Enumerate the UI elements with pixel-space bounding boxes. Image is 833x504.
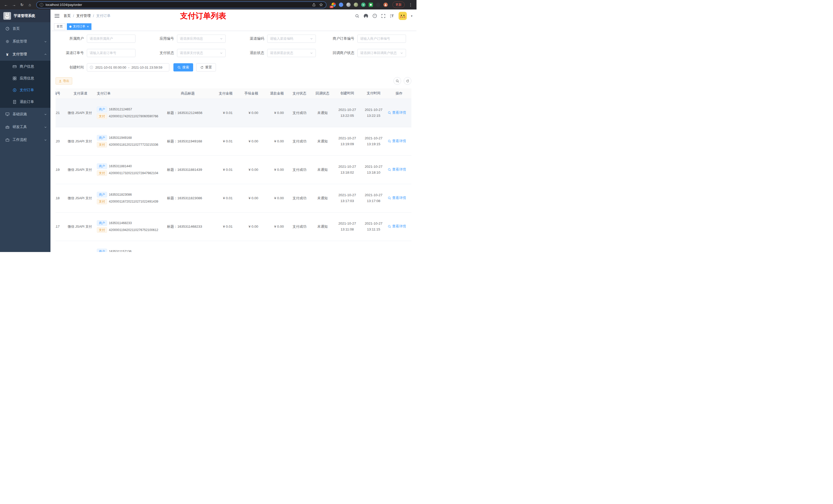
reset-button[interactable]: 重置: [196, 63, 216, 71]
pay-status: 支付成功: [292, 196, 306, 200]
refresh-icon: [406, 79, 409, 83]
extension-badge: 10: [330, 6, 334, 8]
hamburger-icon[interactable]: [54, 14, 60, 18]
sidebar-item-pay[interactable]: ¥ 支付管理: [0, 48, 50, 61]
site-info-icon[interactable]: i: [40, 3, 43, 7]
create-date: 2021-10-27: [334, 136, 360, 141]
table-search-button[interactable]: [394, 77, 401, 85]
breadcrumb-item[interactable]: 首页: [64, 14, 71, 18]
sidebar-item-system[interactable]: 系统管理: [0, 35, 50, 48]
extension-icon[interactable]: [346, 3, 351, 7]
export-button[interactable]: 导出: [55, 77, 72, 85]
product-title: 标题：1635311881439: [167, 168, 202, 172]
extension-icon[interactable]: 10: [331, 3, 336, 7]
browser-update-button[interactable]: 更新: [392, 2, 405, 8]
filter-field-label: 渠道编码: [236, 37, 264, 41]
url-text[interactable]: localhost:1024/pay/order: [46, 3, 312, 7]
pay-channel: 微信 JSAPI 支付: [68, 196, 92, 200]
table-toolbar: 导出: [55, 77, 411, 85]
filter-field-input[interactable]: 请选择退款状态: [267, 49, 316, 57]
extension-icon[interactable]: [354, 3, 358, 7]
view-detail-link[interactable]: 查看详情: [388, 224, 406, 229]
breadcrumb-item: 支付订单: [96, 14, 111, 18]
browser-menu-icon[interactable]: ⋮: [407, 2, 414, 7]
avatar-caret-icon[interactable]: ▾: [411, 14, 412, 18]
extension-icon[interactable]: V: [361, 3, 365, 7]
filter-field-input[interactable]: 请输入商户订单编号: [357, 34, 406, 43]
date-range-input[interactable]: 2021-10-01 00:00:00 - 2021-10-31 23:59:5…: [87, 63, 169, 71]
sidebar-item-app-info[interactable]: 应用信息: [0, 72, 50, 84]
view-detail-link[interactable]: 查看详情: [388, 111, 406, 115]
pay-time: 13:22:15: [360, 113, 387, 119]
tab-close-icon[interactable]: ×: [87, 25, 89, 28]
merchant-badge: 商户: [97, 220, 107, 226]
pay-badge: 支付: [97, 170, 107, 176]
sidebar-item-merchant-info[interactable]: 商户信息: [0, 61, 50, 72]
view-detail-link[interactable]: 查看详情: [388, 167, 406, 172]
filter-field-input[interactable]: 请输入渠道编码: [267, 34, 316, 43]
date-start[interactable]: 2021-10-01 00:00:00: [95, 66, 126, 69]
pay-date: 2021-10-27: [360, 221, 387, 226]
view-detail-link[interactable]: 查看详情: [388, 139, 406, 143]
yen-icon: ¥: [5, 52, 9, 56]
profile-avatar-icon[interactable]: [383, 3, 388, 7]
bookmark-star-icon[interactable]: [319, 3, 323, 7]
sidebar-item-label: 支付管理: [13, 52, 41, 56]
sidebar-item-home[interactable]: 首页: [0, 22, 50, 35]
extensions-bar: 10 V: [331, 3, 388, 7]
date-separator: -: [128, 66, 129, 69]
column-header: 支付状态: [288, 88, 311, 99]
browser-home-icon[interactable]: ⌂: [26, 1, 33, 8]
sidebar-item-refund-order[interactable]: 退款订单: [0, 96, 50, 108]
browser-reload-icon[interactable]: ↻: [19, 1, 25, 8]
filter-field-input[interactable]: 请选择支付状态: [177, 49, 226, 57]
sidebar-item-devtools[interactable]: 研发工具: [0, 121, 50, 134]
sidebar-item-workflow[interactable]: 工作流程: [0, 134, 50, 146]
sidebar-item-infra[interactable]: 基础设施: [0, 108, 50, 121]
filter-field-input[interactable]: 请选择所属商户: [87, 34, 136, 43]
extension-icon[interactable]: [339, 3, 343, 7]
table-row: 121 微信 JSAPI 支付 商户 1635312124657 支付 4200…: [55, 99, 411, 127]
filter-row-3: 创建时间 2021-10-01 00:00:00 - 2021-10-31 23…: [55, 63, 411, 71]
sidebar-item-label: 支付订单: [20, 88, 47, 93]
help-icon[interactable]: ?: [373, 14, 377, 18]
fullscreen-icon[interactable]: [381, 14, 385, 18]
address-bar[interactable]: i localhost:1024/pay/order: [37, 2, 326, 8]
chevron-down-icon: [220, 37, 223, 40]
order-id: 117: [55, 224, 60, 229]
search-icon[interactable]: [355, 14, 359, 18]
view-detail-link[interactable]: 查看详情: [388, 196, 406, 200]
tab-home[interactable]: 首页: [54, 23, 65, 30]
filter-field-input[interactable]: 请选择应用信息: [177, 34, 226, 43]
table-refresh-button[interactable]: [404, 77, 411, 85]
pay-date: 2021-10-27: [360, 164, 387, 170]
pay-badge: 支付: [97, 114, 107, 119]
search-icon: [396, 79, 399, 83]
share-icon[interactable]: [312, 3, 316, 7]
github-icon[interactable]: [363, 14, 368, 19]
extension-icon[interactable]: [368, 3, 373, 7]
gear-icon: [5, 40, 9, 44]
target-icon: [12, 88, 17, 93]
browser-back-icon[interactable]: ←: [3, 1, 9, 8]
chevron-down-icon: [400, 51, 403, 54]
sidebar-item-label: 系统管理: [13, 39, 41, 44]
filter-field-label: 商户订单编号: [326, 37, 354, 41]
tab-pay-order[interactable]: 支付订单 ×: [67, 23, 91, 30]
filter-field: 退款状态 请选择退款状态: [236, 49, 316, 57]
extension-icon[interactable]: [376, 3, 380, 7]
search-button[interactable]: 搜索: [173, 63, 193, 71]
create-date: 2021-10-27: [334, 164, 360, 170]
sidebar-item-pay-order[interactable]: 支付订单: [0, 84, 50, 96]
date-end[interactable]: 2021-10-31 23:59:59: [132, 66, 162, 69]
browser-forward-icon[interactable]: →: [10, 1, 18, 8]
font-size-icon[interactable]: T: [389, 14, 395, 18]
filter-field-input[interactable]: 请选择订单回调商户状态: [357, 49, 406, 57]
filter-field-placeholder: 请输入渠道订单号: [90, 51, 133, 55]
sidebar: 芋道管理系统 首页 系统管理 ¥ 支付管理: [0, 9, 50, 252]
filter-field-input[interactable]: 请输入渠道订单号: [87, 49, 136, 57]
app-header: 首页 / 支付管理 / 支付订单 支付订单列表 ?: [50, 9, 416, 22]
breadcrumb-item[interactable]: 支付管理: [76, 14, 91, 18]
user-avatar[interactable]: [399, 12, 407, 20]
filter-field-placeholder: 请选择订单回调商户状态: [360, 51, 400, 55]
